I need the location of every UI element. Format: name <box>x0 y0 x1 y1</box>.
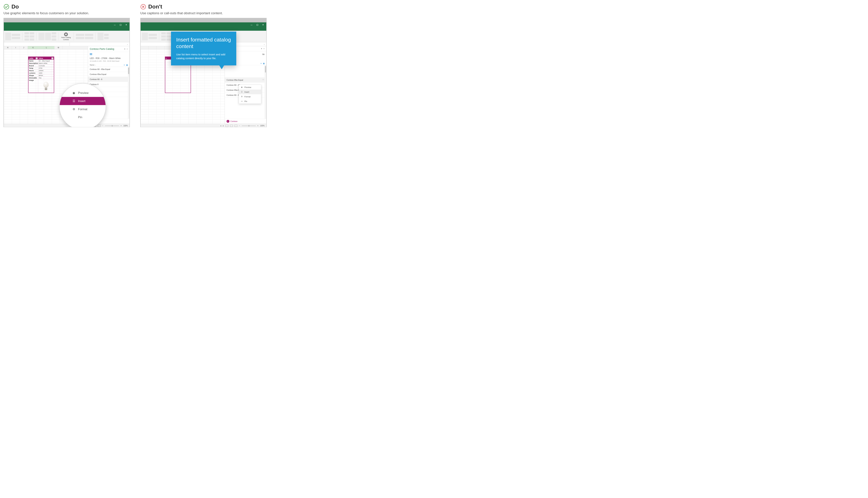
sheet-nav-prev-icon[interactable]: ◂ <box>220 125 221 127</box>
zoom-slider[interactable] <box>105 126 119 126</box>
table-row: Temp2700 <box>28 67 54 69</box>
col-header[interactable]: J <box>20 46 28 49</box>
do-title: Do <box>11 3 19 10</box>
dont-frame: × <box>140 18 267 127</box>
close-button[interactable]: × <box>262 23 264 26</box>
ribbon-placeholder[interactable] <box>98 32 103 40</box>
col-header[interactable]: H <box>4 46 12 49</box>
do-panel: Do Use graphic elements to focus custome… <box>3 3 130 127</box>
list-item[interactable]: Contoso 60 - 65w Equal <box>88 67 130 72</box>
pane-dropdown-icon[interactable]: ▾ <box>261 48 262 50</box>
insert-icon: ☰ <box>72 99 76 103</box>
sliders-icon: ⚙ <box>241 95 243 98</box>
obstructing-callout: Insert formatted catalog content Use lis… <box>171 31 236 65</box>
table-row: ShapeBR30 <box>28 74 54 77</box>
lightbulb-icon <box>64 32 68 36</box>
col-header[interactable]: K <box>28 46 39 49</box>
list-item[interactable]: Contoso 85w Equal <box>88 72 130 77</box>
menu-pin[interactable]: ⊷ Pin <box>239 99 261 104</box>
zoom-level[interactable]: 100% <box>260 125 264 127</box>
pane-footer[interactable]: C Contoso <box>225 119 266 124</box>
table-header: L <box>166 57 167 59</box>
ribbon-placeholder[interactable] <box>45 32 51 40</box>
list-item[interactable]: Contoso 85w Equal ⋯ <box>225 77 266 82</box>
check-icon <box>3 4 9 10</box>
eye-icon: ◉ <box>72 91 76 95</box>
list-item[interactable]: Contoso 8 <box>88 82 130 87</box>
pane-close-icon[interactable]: × <box>127 48 128 50</box>
ribbon-placeholder[interactable] <box>5 32 11 40</box>
table-row: BrandConsoto <box>28 64 54 67</box>
menu-insert[interactable]: ☰ Insert <box>60 97 106 105</box>
status-bar: ◂ ▸ − + 100% <box>4 124 130 127</box>
status-bar: ◂ ▸ −+ 100% <box>141 124 266 127</box>
close-button[interactable]: × <box>126 23 127 26</box>
dropdown-icon[interactable]: ▾ <box>52 57 53 59</box>
menu-pin[interactable]: Pin <box>60 113 106 121</box>
list-item[interactable]: Contoso 60 - 6 <box>88 77 130 82</box>
insert-icon: ☰ <box>241 91 243 93</box>
minimize-button[interactable] <box>114 24 116 26</box>
view-break-icon[interactable] <box>98 125 101 127</box>
table-row: Name60 - 65w Equal <box>28 60 54 62</box>
eye-icon: ◉ <box>241 86 243 88</box>
do-subtitle: Use graphic elements to focus customers … <box>3 11 130 15</box>
pane-close-icon[interactable]: × <box>263 48 264 50</box>
dont-panel: Don't Use captions or call-outs that obs… <box>140 3 267 127</box>
pane-col-name[interactable]: Name <box>90 64 94 66</box>
list-view-icon[interactable]: ≡ <box>261 63 262 64</box>
pane-breadcrumb: LED - R30 - 2700K - Warm White <box>88 56 130 60</box>
grid-view-icon[interactable]: ▦ <box>126 64 128 66</box>
context-menu: ◉ Preview ☰ Insert ⚙ Format ⊷ Pin <box>239 85 261 104</box>
maximize-button[interactable] <box>257 24 258 26</box>
magnifier-callout: ◉ Preview ☰ Insert ⚙ Format Pin <box>60 84 106 127</box>
minimize-button[interactable] <box>251 24 252 26</box>
pane-dropdown-icon[interactable]: ▾ <box>124 48 125 50</box>
menu-insert[interactable]: ☰ Insert <box>239 90 261 94</box>
ribbon: Parts Catalog Contoso <box>4 27 130 42</box>
formula-bar[interactable]: ⌄ <box>4 42 130 46</box>
pane-subtext: 16 results in LED - R30 - 60-65 Watt Equ… <box>88 60 130 63</box>
chevron-down-icon[interactable]: ⌄ <box>70 42 130 46</box>
menu-format[interactable]: ⚙ Format <box>239 94 261 99</box>
zoom-level[interactable]: 100% <box>123 125 128 127</box>
pane-title: Contoso Parts Catalog <box>90 48 114 50</box>
hamburger-icon[interactable] <box>88 52 130 56</box>
scrollbar[interactable] <box>128 67 130 119</box>
scrollbar[interactable] <box>264 65 266 119</box>
list-view-icon[interactable]: ≡ <box>124 64 125 66</box>
sheet-nav-next-icon[interactable]: ▸ <box>223 125 224 127</box>
avatar: C <box>226 120 229 123</box>
bulb-image <box>43 82 49 90</box>
table-row: Image <box>28 79 54 93</box>
dont-subtitle: Use captions or call-outs that obstruct … <box>140 11 267 15</box>
col-header[interactable]: M <box>54 46 63 49</box>
table-header: Value <box>39 57 43 59</box>
svg-point-0 <box>4 4 9 9</box>
col-header[interactable]: I <box>12 46 20 49</box>
menu-format[interactable]: ⚙ Format <box>60 105 106 113</box>
ribbon-addin-label2: Contoso <box>63 39 69 40</box>
zoom-out-icon[interactable]: − <box>102 125 103 127</box>
callout-heading: Insert formatted catalog content <box>176 37 231 50</box>
callout-body: Use list item menu to select insert and … <box>176 53 231 60</box>
col-header[interactable]: L <box>39 46 54 49</box>
zoom-in-icon[interactable]: + <box>121 125 122 127</box>
ribbon-addin-label1: Parts Catalog <box>61 37 71 38</box>
ribbon-placeholder[interactable] <box>39 32 44 40</box>
menu-preview[interactable]: ◉ Preview <box>60 89 106 97</box>
window-titlebar: × <box>4 22 130 27</box>
grid-view-icon[interactable]: ▦ <box>263 63 264 64</box>
maximize-button[interactable] <box>120 24 121 26</box>
dropdown-icon[interactable]: ▾ <box>36 57 38 59</box>
inserted-data-table[interactable]: Lable▾ Value▾ Name60 - 65w Equal Descrip… <box>28 56 54 93</box>
cross-icon <box>140 4 146 10</box>
more-icon[interactable]: ⋯ <box>262 79 264 81</box>
table-row: Lumens1600 <box>28 72 54 74</box>
table-header: Lable <box>29 57 33 59</box>
sliders-icon: ⚙ <box>72 107 76 111</box>
ribbon-addin-button[interactable]: Parts Catalog Contoso <box>61 32 72 40</box>
pin-icon: ⊷ <box>241 100 243 102</box>
menu-preview[interactable]: ◉ Preview <box>239 85 261 90</box>
pane-footer-label: Contoso <box>230 120 237 122</box>
